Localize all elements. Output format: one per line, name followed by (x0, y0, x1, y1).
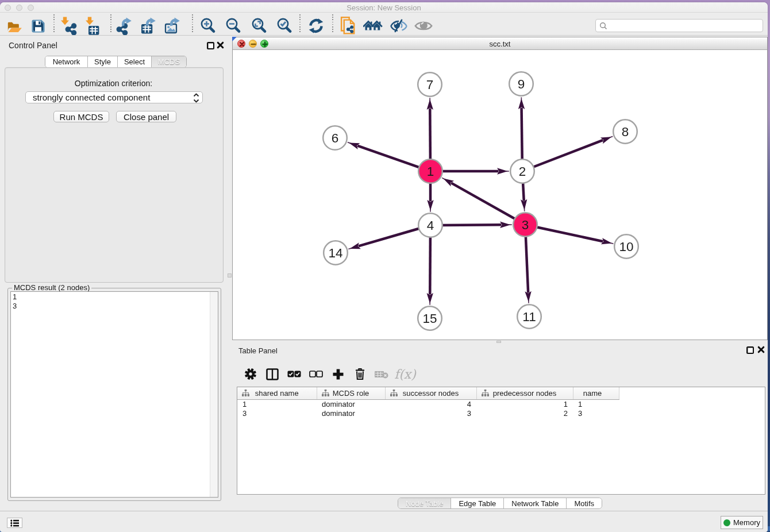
table-cell[interactable]: 3 (573, 408, 619, 418)
edge-4-14[interactable] (359, 228, 420, 246)
open-file-button[interactable] (3, 16, 22, 36)
float-table-panel-icon[interactable] (746, 346, 754, 354)
network-window-titlebar[interactable]: scc.txt (233, 37, 767, 50)
zoom-selected-button[interactable] (275, 16, 294, 36)
app-titlebar[interactable]: Session: New Session (0, 2, 768, 13)
edge-2-3[interactable] (523, 182, 524, 201)
table-tab-motifs[interactable]: Motifs (567, 498, 602, 508)
trash-icon (355, 368, 365, 380)
search-input[interactable] (610, 21, 763, 30)
table-tab-network-table[interactable]: Network Table (504, 498, 567, 508)
table-cell[interactable]: 3 (237, 408, 317, 418)
edge-2-9[interactable] (522, 107, 522, 160)
table-cell[interactable]: 2 (476, 408, 573, 418)
table-row[interactable]: 1dominator411 (237, 399, 629, 408)
refresh-button[interactable] (306, 16, 326, 36)
tab-mcds[interactable]: MCDS (152, 56, 186, 67)
column-header-name[interactable]: name (573, 387, 619, 399)
table-cell[interactable]: dominator (317, 408, 385, 418)
import-table-button[interactable] (83, 16, 102, 36)
save-session-button[interactable] (28, 16, 48, 36)
tab-network[interactable]: Network (45, 56, 88, 67)
arrowhead-1-7 (427, 99, 433, 110)
delete-row-button[interactable] (349, 368, 371, 380)
table-tab-node-table[interactable]: Node Table (398, 498, 452, 508)
close-panel-button[interactable]: Close panel (116, 111, 176, 122)
show-graphics-details-button[interactable] (414, 16, 433, 36)
network-view-window: scc.txt 1234678910111415 (232, 37, 768, 340)
graph-node-label-4: 4 (427, 218, 434, 233)
table-cell[interactable]: 1 (237, 399, 317, 408)
zoom-in-button[interactable] (198, 16, 218, 36)
plus-icon (333, 369, 344, 380)
close-panel-icon[interactable] (217, 41, 224, 49)
run-mcds-button[interactable]: Run MCDS (53, 111, 109, 122)
column-header-successor-nodes[interactable]: successor nodes (385, 387, 476, 399)
edge-1-7[interactable] (430, 108, 430, 160)
splitter-knob[interactable] (496, 341, 501, 343)
memory-status-dot (723, 519, 730, 526)
zoom-out-button[interactable] (224, 16, 243, 36)
edge-1-6[interactable] (357, 146, 420, 168)
export-table-button[interactable] (139, 16, 159, 36)
import-network-button[interactable] (58, 16, 78, 36)
node-table: shared nameMCDS rolesuccessor nodesprede… (237, 387, 765, 495)
vertical-splitter[interactable] (227, 36, 232, 511)
result-scrollbar[interactable] (210, 292, 218, 497)
select-all-columns-button[interactable] (283, 371, 305, 377)
task-history-button[interactable] (7, 518, 22, 528)
column-header-MCDS-role[interactable]: MCDS role (317, 387, 385, 399)
gear-icon (245, 368, 256, 380)
tab-select[interactable]: Select (118, 56, 152, 67)
memory-button[interactable]: Memory (721, 516, 763, 529)
export-image-button[interactable] (163, 16, 183, 36)
create-column-button[interactable] (327, 369, 349, 380)
search-box[interactable] (595, 19, 763, 32)
close-table-panel-icon[interactable] (757, 346, 765, 353)
toggle-column-view-button[interactable] (261, 368, 283, 380)
control-panel-tabs: Network Style Select MCDS (45, 56, 187, 68)
arrowhead-2-3 (521, 199, 527, 210)
arrowhead-1-2 (497, 168, 508, 174)
table-cell[interactable]: 1 (573, 399, 619, 408)
float-panel-icon[interactable] (207, 42, 214, 49)
delete-column-button[interactable] (371, 370, 392, 379)
table-cell[interactable]: 4 (385, 399, 476, 408)
export-network-button[interactable] (115, 16, 134, 36)
table-cell[interactable]: dominator (317, 399, 385, 408)
table-cell[interactable]: 3 (385, 408, 476, 418)
clone-network-button[interactable] (338, 16, 358, 36)
column-header-shared-name[interactable]: shared name (237, 387, 317, 399)
toolbar-separator (110, 14, 111, 33)
unselect-all-columns-button[interactable] (305, 371, 327, 377)
edge-4-15[interactable] (430, 236, 430, 295)
column-header-predecessor-nodes[interactable]: predecessor nodes (476, 387, 573, 399)
tab-style[interactable]: Style (88, 56, 118, 67)
table-toolbar: f(x) (240, 361, 414, 387)
arrowhead-2-9 (518, 99, 525, 110)
network-canvas[interactable]: 1234678910111415 (233, 50, 767, 340)
table-tab-edge-table[interactable]: Edge Table (451, 498, 504, 508)
table-settings-button[interactable] (240, 368, 261, 380)
criterion-dropdown[interactable]: strongly connected component (25, 91, 203, 103)
app-title: Session: New Session (0, 3, 768, 12)
column-type-icon (390, 390, 398, 396)
arrowhead-4-15 (427, 293, 433, 304)
edge-3-11[interactable] (526, 236, 528, 293)
edge-2-8[interactable] (533, 140, 603, 167)
home-layout-button[interactable] (363, 16, 383, 36)
toolbar-separator (192, 14, 193, 33)
edge-3-1[interactable] (451, 183, 515, 219)
edge-4-3[interactable] (441, 225, 502, 225)
column-type-icon (242, 390, 249, 396)
hide-graphics-details-button[interactable] (389, 16, 409, 36)
function-builder-button[interactable]: f(x) (392, 367, 414, 381)
edge-3-10[interactable] (536, 227, 603, 241)
search-icon (599, 22, 607, 30)
table-row[interactable]: 3dominator323 (237, 408, 629, 418)
graph-node-label-7: 7 (426, 78, 434, 92)
mcds-result-textarea[interactable]: 1 3 (10, 291, 218, 498)
splitter-knob[interactable] (228, 273, 232, 277)
zoom-fit-button[interactable] (249, 16, 269, 36)
table-cell[interactable]: 1 (476, 399, 573, 408)
